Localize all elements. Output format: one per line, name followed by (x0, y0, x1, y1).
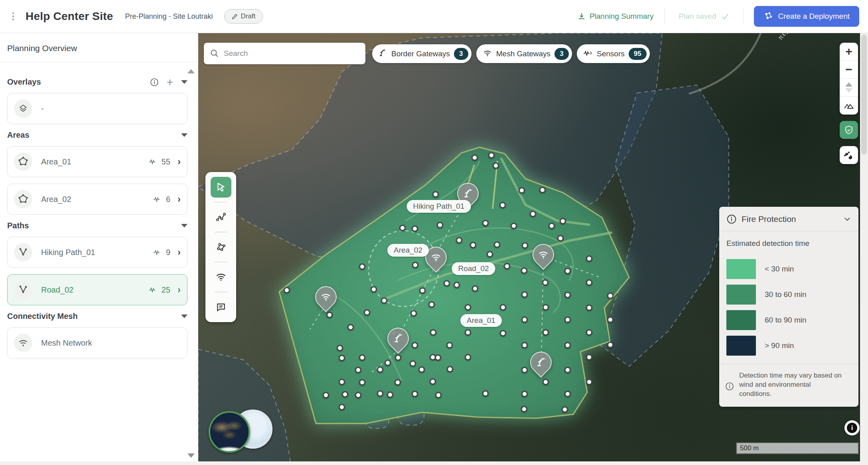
sensor-dot[interactable] (548, 223, 555, 229)
zoom-in-button[interactable]: + (840, 43, 858, 61)
sensor-dot[interactable] (339, 404, 345, 410)
chevron-down-icon[interactable] (181, 315, 187, 318)
sensor-dot[interactable] (564, 391, 571, 397)
sensor-dot[interactable] (444, 280, 450, 287)
sensor-dot[interactable] (359, 263, 365, 270)
sensor-dot[interactable] (500, 304, 506, 311)
chevron-right-icon[interactable]: › (178, 156, 181, 167)
sensor-dot[interactable] (482, 390, 489, 397)
sensor-dot[interactable] (586, 255, 592, 262)
sensor-dot[interactable] (419, 287, 426, 294)
sensor-dot[interactable] (428, 301, 435, 308)
sensor-dot[interactable] (522, 242, 528, 249)
filter-chip-border-gateway[interactable]: Border Gateways3 (372, 44, 471, 63)
fire-protection-layer-button[interactable] (840, 121, 858, 139)
sensor-dot[interactable] (488, 152, 495, 158)
sensor-dot[interactable] (521, 342, 528, 348)
chevron-right-icon[interactable]: › (178, 247, 181, 258)
sensor-dot[interactable] (530, 211, 536, 217)
sensor-dot[interactable] (347, 324, 354, 330)
sensor-dot[interactable] (494, 241, 500, 248)
sidebar-scroll-up-arrow[interactable] (187, 69, 195, 73)
border-gateway-pin[interactable] (530, 352, 552, 373)
sensor-dot[interactable] (447, 366, 453, 372)
sensor-dot[interactable] (377, 366, 383, 373)
sensor-dot[interactable] (323, 392, 329, 398)
sensor-dot[interactable] (564, 317, 571, 323)
sensor-dot[interactable] (430, 329, 436, 336)
sensor-dot[interactable] (284, 287, 290, 293)
sensor-dot[interactable] (337, 345, 343, 351)
chevron-down-icon[interactable] (181, 80, 187, 84)
horizontal-scrollbar[interactable] (0, 461, 860, 465)
sensor-dot[interactable] (355, 367, 361, 373)
sensor-dot[interactable] (465, 304, 471, 311)
sensor-dot[interactable] (586, 279, 592, 286)
draft-badge[interactable]: Draft (224, 9, 263, 24)
create-deployment-button[interactable]: Create a Deployment (754, 6, 859, 27)
border-gateway-pin[interactable] (387, 328, 409, 349)
tilt-control[interactable] (840, 79, 858, 97)
sensor-dot[interactable] (542, 304, 549, 311)
sensor-dot[interactable] (395, 379, 401, 386)
sensor-dot[interactable] (557, 235, 564, 241)
sensor-dot[interactable] (381, 297, 387, 304)
sensor-dot[interactable] (562, 406, 568, 413)
sensor-dot[interactable] (412, 226, 418, 232)
select-tool[interactable] (211, 177, 231, 198)
sensor-dot[interactable] (504, 263, 510, 269)
chevron-down-icon[interactable] (181, 133, 187, 137)
sensor-dot[interactable] (472, 285, 478, 292)
basemap-satellite-thumbnail[interactable] (209, 411, 250, 453)
draw-path-tool[interactable] (211, 207, 231, 228)
sensor-dot[interactable] (586, 354, 592, 360)
search-input[interactable] (224, 49, 355, 58)
sensor-dot[interactable] (355, 392, 361, 398)
sensor-dot[interactable] (339, 355, 345, 361)
sensor-dot[interactable] (564, 367, 571, 373)
sensor-dot[interactable] (607, 342, 614, 348)
sensor-dot[interactable] (500, 330, 506, 336)
menu-kebab-icon[interactable] (8, 8, 18, 24)
mesh-coverage-tool[interactable] (211, 267, 231, 287)
basemap-switcher[interactable] (209, 410, 276, 457)
draw-area-tool[interactable] (211, 237, 231, 257)
chevron-right-icon[interactable]: › (178, 284, 181, 295)
sensor-dot[interactable] (511, 223, 517, 229)
path-item-road02[interactable]: Road_02 25 › (7, 274, 187, 305)
sensor-dot[interactable] (435, 392, 442, 398)
chevron-right-icon[interactable]: › (178, 194, 181, 205)
sensor-dot[interactable] (586, 379, 592, 385)
sensor-dot[interactable] (542, 279, 548, 286)
mesh-network-item[interactable]: Mesh Network (7, 327, 187, 358)
sensor-dot[interactable] (521, 291, 528, 298)
sensor-dot[interactable] (456, 237, 462, 243)
sensor-dot[interactable] (521, 367, 528, 373)
sensor-dot[interactable] (521, 317, 528, 323)
comment-tool[interactable] (211, 297, 231, 317)
sensor-dot[interactable] (499, 202, 506, 208)
satellite-fire-layer-button[interactable] (840, 146, 858, 164)
sensor-dot[interactable] (607, 293, 614, 299)
sensor-dot[interactable] (418, 366, 425, 373)
sensor-dot[interactable] (410, 360, 416, 367)
sensor-dot[interactable] (521, 267, 527, 274)
sensor-dot[interactable] (395, 354, 401, 361)
sensor-dot[interactable] (432, 191, 439, 198)
sensor-dot[interactable] (412, 342, 418, 348)
sensor-dot[interactable] (465, 354, 471, 360)
vertical-scrollbar[interactable] (860, 33, 868, 465)
sensor-dot[interactable] (412, 391, 418, 397)
sensor-dot[interactable] (430, 378, 436, 385)
sensor-dot[interactable] (564, 268, 571, 274)
add-overlay-button[interactable]: + (167, 78, 173, 86)
area-item-area02[interactable]: Area_02 6 › (7, 184, 187, 215)
sidebar-scroll-down-arrow[interactable] (187, 453, 195, 458)
sensor-dot[interactable] (454, 282, 460, 288)
sensor-dot[interactable] (487, 251, 493, 257)
sensor-dot[interactable] (586, 329, 592, 336)
sensor-dot[interactable] (542, 329, 549, 336)
sensor-dot[interactable] (465, 329, 471, 336)
sensor-dot[interactable] (521, 391, 528, 397)
planning-summary-button[interactable]: Planning Summary (566, 12, 665, 21)
